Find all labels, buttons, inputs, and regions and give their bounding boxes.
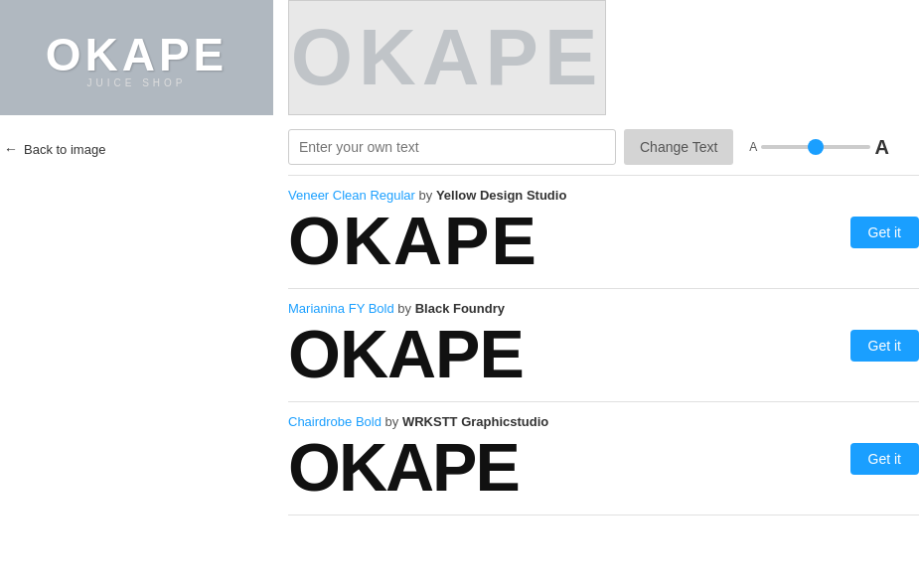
left-panel: OKAPE JUICE SHOP ← Back to image <box>0 0 278 157</box>
font-meta: Veneer Clean Regular by Yellow Design St… <box>288 188 919 203</box>
size-small-label: A <box>749 140 757 154</box>
font-preview-text: OKAPE <box>288 320 919 387</box>
font-meta: Chairdrobe Bold by WRKSTT Graphicstudio <box>288 414 919 429</box>
thumbnail-title: OKAPE <box>46 28 229 81</box>
get-font-button[interactable]: Get it <box>850 217 919 248</box>
size-control: A A <box>749 136 888 159</box>
toolbar: Change Text A A <box>288 129 919 165</box>
font-list: Veneer Clean Regular by Yellow Design St… <box>288 175 919 515</box>
preview-text: OKAPE <box>291 12 604 103</box>
back-to-image-link[interactable]: ← Back to image <box>4 141 278 157</box>
font-name-link[interactable]: Chairdrobe Bold <box>288 414 382 429</box>
font-author: WRKSTT Graphicstudio <box>402 414 548 429</box>
font-name-link[interactable]: Marianina FY Bold <box>288 301 394 316</box>
font-name-link[interactable]: Veneer Clean Regular <box>288 188 415 203</box>
change-text-button[interactable]: Change Text <box>624 129 733 165</box>
back-label: Back to image <box>24 142 105 157</box>
thumbnail: OKAPE JUICE SHOP <box>0 0 273 115</box>
font-by-label: by <box>415 188 436 203</box>
get-font-button[interactable]: Get it <box>850 330 919 362</box>
back-arrow-icon: ← <box>4 141 18 157</box>
font-item: Marianina FY Bold by Black FoundryOKAPEG… <box>288 289 919 402</box>
font-preview-text: OKAPE <box>288 433 919 501</box>
text-input[interactable] <box>288 129 616 165</box>
font-meta: Marianina FY Bold by Black Foundry <box>288 301 919 316</box>
font-author: Yellow Design Studio <box>436 188 566 203</box>
font-item: Chairdrobe Bold by WRKSTT GraphicstudioO… <box>288 402 919 515</box>
font-author: Black Foundry <box>415 301 505 316</box>
get-font-button[interactable]: Get it <box>850 443 919 475</box>
size-slider[interactable] <box>761 145 870 149</box>
size-large-label: A <box>874 136 888 159</box>
font-preview-text: OKAPE <box>288 207 919 274</box>
font-by-label: by <box>382 414 402 429</box>
font-item: Veneer Clean Regular by Yellow Design St… <box>288 176 919 289</box>
preview-image: OKAPE <box>288 0 606 115</box>
thumbnail-subtitle: JUICE SHOP <box>86 77 186 88</box>
font-by-label: by <box>394 301 415 316</box>
right-panel: OKAPE Change Text A A Veneer Clean Regul… <box>288 0 919 588</box>
